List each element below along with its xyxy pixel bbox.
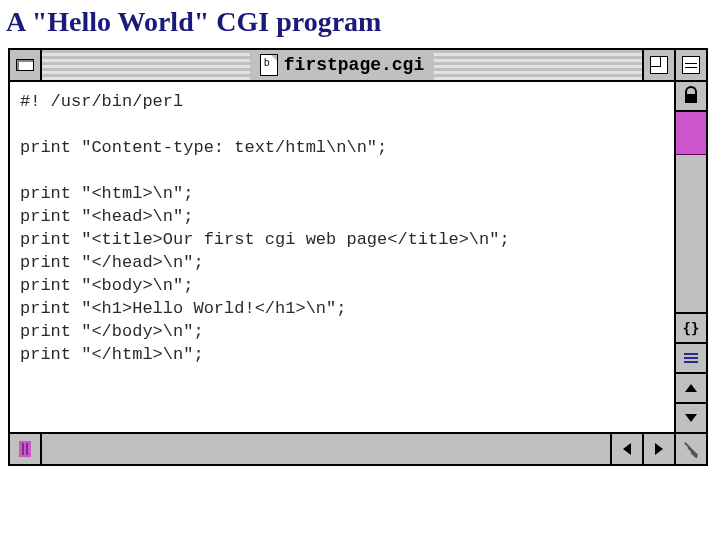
window-control-group xyxy=(642,50,706,80)
code-editor-area[interactable]: #! /usr/bin/perlprint "Content-type: tex… xyxy=(10,82,676,432)
close-box-icon xyxy=(16,59,34,71)
resize-grip[interactable] xyxy=(676,434,706,464)
scroll-left-button[interactable] xyxy=(612,434,644,464)
code-line: print "</head>\n"; xyxy=(20,251,664,274)
collapse-box-icon xyxy=(682,56,700,74)
window-titlebar: firstpage.cgi xyxy=(10,50,706,82)
bottom-control-bar xyxy=(10,432,706,464)
scroll-right-button[interactable] xyxy=(644,434,676,464)
collapse-box-button[interactable] xyxy=(674,50,706,80)
scroll-down-arrow-icon xyxy=(685,414,697,422)
code-line: print "<h1>Hello World!</h1>\n"; xyxy=(20,297,664,320)
scroll-right-arrow-icon xyxy=(655,443,663,455)
resize-grip-icon xyxy=(683,441,699,457)
zoom-box-icon xyxy=(650,56,668,74)
lock-icon xyxy=(685,89,697,103)
code-line xyxy=(20,159,664,182)
scroll-left-arrow-icon xyxy=(623,443,631,455)
code-line: print "<html>\n"; xyxy=(20,182,664,205)
horizontal-scrollbar-track[interactable] xyxy=(42,434,612,464)
right-control-bar: {} xyxy=(676,82,706,432)
column-marker-icon xyxy=(19,441,31,457)
code-line xyxy=(20,113,664,136)
scroll-up-arrow-icon xyxy=(685,384,697,392)
scroll-down-button[interactable] xyxy=(676,404,706,432)
code-line: print "<head>\n"; xyxy=(20,205,664,228)
editor-window: firstpage.cgi #! /usr/bin/perlprint "Con… xyxy=(8,48,708,466)
code-line: print "<body>\n"; xyxy=(20,274,664,297)
code-line: #! /usr/bin/perl xyxy=(20,90,664,113)
document-icon xyxy=(260,54,278,76)
column-marker-button[interactable] xyxy=(10,434,42,464)
zoom-box-button[interactable] xyxy=(642,50,674,80)
title-caption: firstpage.cgi xyxy=(250,50,434,80)
code-line: print "<title>Our first cgi web page</ti… xyxy=(20,228,664,251)
close-box-button[interactable] xyxy=(10,50,42,80)
code-line: print "Content-type: text/html\n\n"; xyxy=(20,136,664,159)
line-view-button[interactable] xyxy=(676,344,706,374)
popup-nav-icon: {} xyxy=(683,320,700,336)
vertical-scrollbar-track[interactable] xyxy=(676,112,706,314)
page-title: A "Hello World" CGI program xyxy=(0,0,720,48)
line-view-icon xyxy=(684,351,698,365)
vertical-scrollbar-thumb[interactable] xyxy=(676,112,706,155)
code-line: print "</body>\n"; xyxy=(20,320,664,343)
popup-nav-button[interactable]: {} xyxy=(676,314,706,344)
titlebar-drag-region[interactable]: firstpage.cgi xyxy=(42,50,642,80)
editor-body-row: #! /usr/bin/perlprint "Content-type: tex… xyxy=(10,82,706,432)
window-filename-label: firstpage.cgi xyxy=(284,55,424,75)
lock-button[interactable] xyxy=(676,82,706,112)
code-line: print "</html>\n"; xyxy=(20,343,664,366)
scroll-up-button[interactable] xyxy=(676,374,706,404)
